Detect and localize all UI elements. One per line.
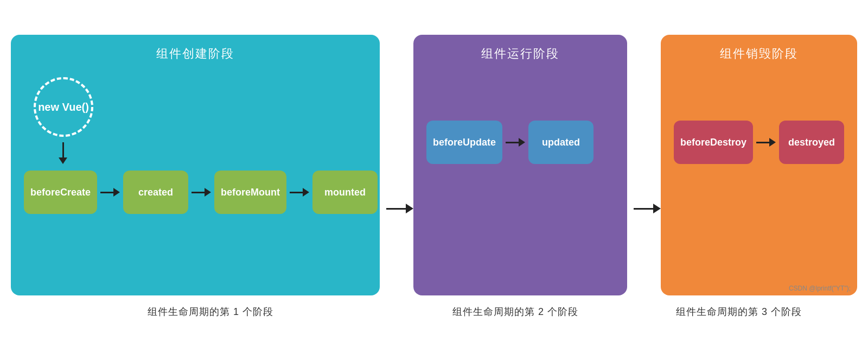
watermark: CSDN @lprintf("YT"); — [789, 285, 851, 292]
hook-beforeMount: beforeMount — [214, 171, 286, 214]
arrow-down-from-vue — [59, 142, 67, 164]
new-vue-label: new Vue() — [38, 101, 89, 114]
runtime-content: beforeUpdate updated — [426, 77, 614, 164]
arrow-down-head — [59, 157, 67, 164]
creation-hooks-row: beforeCreate created beforeMount — [24, 171, 378, 214]
hook-mounted: mounted — [312, 171, 378, 214]
creation-title: 组件创建阶段 — [24, 46, 367, 62]
labels-row: 组件生命周期的第 1 个阶段 组件生命周期的第 2 个阶段 组件生命周期的第 3… — [11, 305, 857, 318]
destroy-hooks-row: beforeDestroy destroyed — [674, 121, 844, 164]
arrow-right-4 — [506, 138, 525, 147]
creation-stage-label: 组件生命周期的第 1 个阶段 — [26, 305, 395, 318]
hook-beforeDestroy: beforeDestroy — [674, 121, 753, 164]
new-vue-circle: new Vue() — [34, 77, 93, 137]
creation-content: new Vue() beforeCreate created — [24, 77, 367, 214]
arrow-right-3 — [290, 188, 309, 197]
arrow-right-5 — [756, 138, 776, 147]
runtime-panel: 组件运行阶段 beforeUpdate updated — [413, 35, 627, 295]
hook-beforeCreate: beforeCreate — [24, 171, 97, 214]
destroy-title: 组件销毁阶段 — [674, 46, 844, 62]
runtime-title: 组件运行阶段 — [426, 46, 614, 62]
hook-created: created — [123, 171, 188, 214]
arrow-right-1 — [100, 188, 120, 197]
destroy-content: beforeDestroy destroyed — [674, 77, 844, 164]
stages-row: 组件创建阶段 new Vue() beforeCreate — [11, 35, 857, 295]
runtime-hooks-row: beforeUpdate updated — [426, 121, 593, 164]
arrow-creation-to-runtime — [386, 204, 413, 213]
arrow-runtime-to-destroy — [634, 204, 661, 213]
destroy-panel: 组件销毁阶段 beforeDestroy destroyed CSDN @lpr… — [661, 35, 857, 295]
arrow-down-line — [62, 142, 64, 157]
creation-panel: 组件创建阶段 new Vue() beforeCreate — [11, 35, 380, 295]
destroy-stage-label: 组件生命周期的第 3 个阶段 — [636, 305, 842, 318]
hook-beforeUpdate: beforeUpdate — [426, 121, 502, 164]
hook-destroyed: destroyed — [779, 121, 844, 164]
diagram-wrapper: 组件创建阶段 new Vue() beforeCreate — [11, 35, 857, 318]
arrow-right-2 — [192, 188, 211, 197]
hook-updated: updated — [528, 121, 593, 164]
runtime-stage-label: 组件生命周期的第 2 个阶段 — [401, 305, 629, 318]
